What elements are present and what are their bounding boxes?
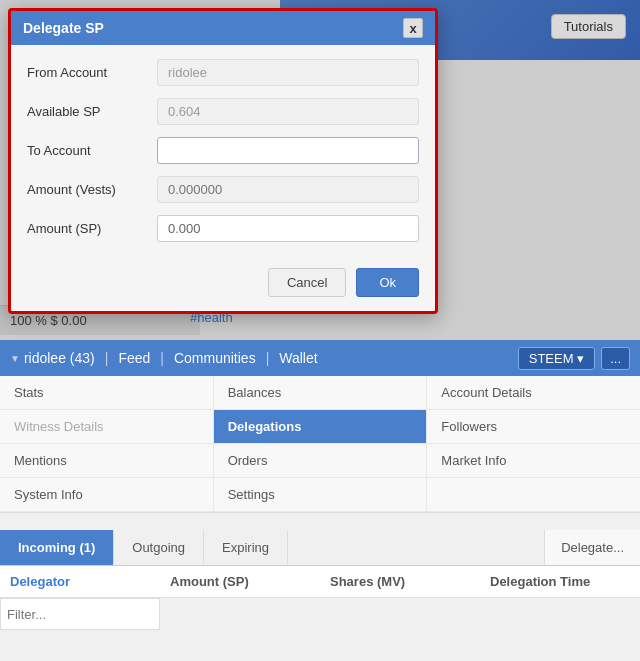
- menu-orders[interactable]: Orders: [214, 444, 428, 477]
- to-account-input[interactable]: [157, 137, 419, 164]
- tab-expiring[interactable]: Expiring: [204, 530, 288, 565]
- th-delegator: Delegator: [10, 574, 170, 589]
- menu-grid: Stats Balances Account Details Witness D…: [0, 376, 640, 513]
- amount-sp-label: Amount (SP): [27, 221, 157, 236]
- menu-delegations[interactable]: Delegations: [214, 410, 428, 443]
- nav-username[interactable]: ridolee (43): [24, 350, 95, 366]
- amount-vests-label: Amount (Vests): [27, 182, 157, 197]
- amount-vests-row: Amount (Vests): [27, 176, 419, 203]
- nav-sep-3: |: [266, 350, 270, 366]
- filter-input[interactable]: [7, 607, 153, 622]
- menu-stats[interactable]: Stats: [0, 376, 214, 409]
- menu-balances[interactable]: Balances: [214, 376, 428, 409]
- menu-settings[interactable]: Settings: [214, 478, 428, 511]
- available-sp-label: Available SP: [27, 104, 157, 119]
- tab-outgoing[interactable]: Outgoing: [114, 530, 204, 565]
- modal-header: Delegate SP x: [11, 11, 435, 45]
- tab-bar: Incoming (1) Outgoing Expiring Delegate.…: [0, 530, 640, 566]
- filter-row: [0, 598, 160, 630]
- nav-feed-link[interactable]: Feed: [118, 350, 150, 366]
- menu-row-1: Stats Balances Account Details: [0, 376, 640, 410]
- nav-dots-button[interactable]: ...: [601, 347, 630, 370]
- modal-body: From Account Available SP To Account Amo…: [11, 45, 435, 260]
- menu-market-info[interactable]: Market Info: [427, 444, 640, 477]
- amount-sp-input[interactable]: [157, 215, 419, 242]
- nav-sep-2: |: [160, 350, 164, 366]
- menu-followers[interactable]: Followers: [427, 410, 640, 443]
- th-time: Delegation Time: [490, 574, 630, 589]
- menu-mentions[interactable]: Mentions: [0, 444, 214, 477]
- amount-vests-input[interactable]: [157, 176, 419, 203]
- menu-row-2: Witness Details Delegations Followers: [0, 410, 640, 444]
- modal-footer: Cancel Ok: [11, 260, 435, 311]
- nav-sep-1: |: [105, 350, 109, 366]
- menu-row-3: Mentions Orders Market Info: [0, 444, 640, 478]
- available-sp-row: Available SP: [27, 98, 419, 125]
- from-account-input: [157, 59, 419, 86]
- to-account-row: To Account: [27, 137, 419, 164]
- nav-wallet-link[interactable]: Wallet: [279, 350, 317, 366]
- nav-steem-button[interactable]: STEEM ▾: [518, 347, 595, 370]
- from-account-row: From Account: [27, 59, 419, 86]
- menu-account-details[interactable]: Account Details: [427, 376, 640, 409]
- th-amount: Amount (SP): [170, 574, 330, 589]
- tab-incoming[interactable]: Incoming (1): [0, 530, 114, 565]
- cancel-button[interactable]: Cancel: [268, 268, 346, 297]
- delegate-sp-modal: Delegate SP x From Account Available SP …: [8, 8, 438, 314]
- modal-title: Delegate SP: [23, 20, 104, 36]
- menu-row-4: System Info Settings: [0, 478, 640, 512]
- nav-bar: ▼ ridolee (43) | Feed | Communities | Wa…: [0, 340, 640, 376]
- menu-witness-details[interactable]: Witness Details: [0, 410, 214, 443]
- menu-empty: [427, 478, 640, 511]
- available-sp-input: [157, 98, 419, 125]
- table-header: Delegator Amount (SP) Shares (MV) Delega…: [0, 566, 640, 598]
- menu-system-info[interactable]: System Info: [0, 478, 214, 511]
- amount-sp-row: Amount (SP): [27, 215, 419, 242]
- nav-communities-link[interactable]: Communities: [174, 350, 256, 366]
- modal-close-button[interactable]: x: [403, 18, 423, 38]
- nav-triangle-icon: ▼: [10, 353, 20, 364]
- to-account-label: To Account: [27, 143, 157, 158]
- ok-button[interactable]: Ok: [356, 268, 419, 297]
- nav-user: ▼ ridolee (43) | Feed | Communities | Wa…: [10, 350, 318, 366]
- th-shares: Shares (MV): [330, 574, 490, 589]
- tab-delegate[interactable]: Delegate...: [544, 530, 640, 565]
- from-account-label: From Account: [27, 65, 157, 80]
